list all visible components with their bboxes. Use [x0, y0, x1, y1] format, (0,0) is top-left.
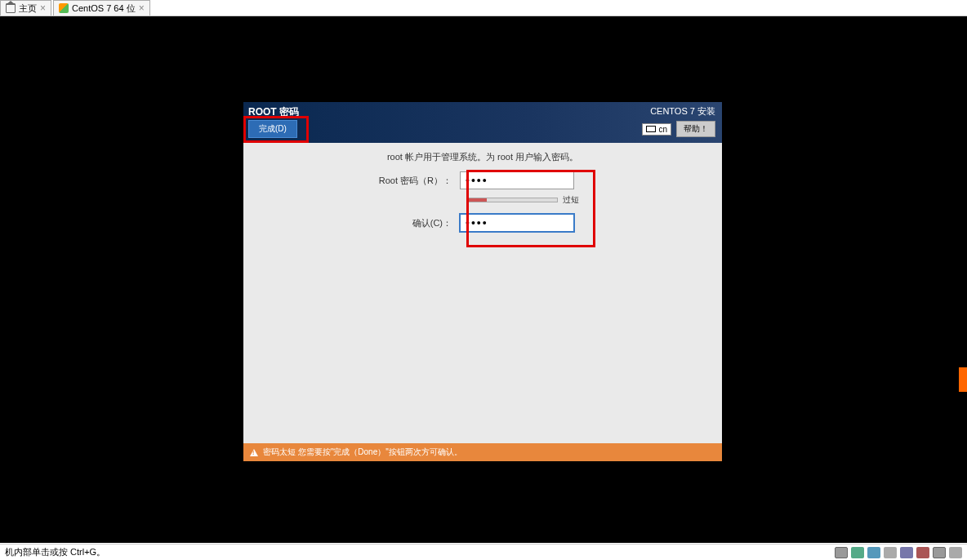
language-code: cn [658, 125, 667, 134]
installer-header: ROOT 密码 完成(D) CENTOS 7 安装 cn 帮助！ [243, 102, 722, 143]
side-marker [959, 367, 967, 392]
vmware-tabs-bar: 主页 × CentOS 7 64 位 × [0, 0, 967, 16]
root-password-input[interactable] [460, 171, 574, 189]
close-icon[interactable]: × [40, 2, 46, 14]
root-password-label: Root 密码（R）： [252, 175, 460, 187]
installer-subtitle: CENTOS 7 安装 [642, 105, 715, 118]
tray-icon[interactable] [851, 547, 864, 558]
highlight-marker [243, 116, 309, 143]
tray-icon[interactable] [884, 547, 897, 558]
keyboard-icon [646, 126, 656, 132]
vm-icon [59, 3, 69, 13]
keyboard-layout-indicator[interactable]: cn [642, 123, 671, 136]
help-button[interactable]: 帮助！ [676, 121, 715, 137]
tray-icon[interactable] [835, 547, 848, 558]
tray-icon[interactable] [933, 547, 946, 558]
warning-text: 密码太短 您需要按"完成（Done）"按钮两次方可确认。 [263, 447, 462, 458]
password-strength-label: 过短 [563, 194, 579, 206]
home-icon [6, 3, 16, 13]
vmware-status-bar: 机内部单击或按 Ctrl+G。 [0, 544, 967, 560]
warning-icon [250, 449, 258, 456]
tab-vm[interactable]: CentOS 7 64 位 × [53, 0, 150, 16]
tray-icon[interactable] [916, 547, 929, 558]
intro-text: root 帐户用于管理系统。为 root 用户输入密码。 [252, 151, 714, 163]
password-strength-meter [468, 198, 558, 202]
close-icon[interactable]: × [139, 2, 145, 14]
tab-home-label: 主页 [19, 2, 37, 15]
installer-body: root 帐户用于管理系统。为 root 用户输入密码。 Root 密码（R）：… [243, 143, 722, 245]
vm-screen: ROOT 密码 完成(D) CENTOS 7 安装 cn 帮助！ root 帐户… [0, 16, 967, 543]
status-hint: 机内部单击或按 Ctrl+G。 [5, 546, 105, 558]
tray-icon[interactable] [867, 547, 880, 558]
confirm-password-input[interactable] [460, 214, 574, 232]
tab-vm-label: CentOS 7 64 位 [72, 2, 136, 15]
centos-installer-window: ROOT 密码 完成(D) CENTOS 7 安装 cn 帮助！ root 帐户… [243, 102, 722, 461]
tab-home[interactable]: 主页 × [0, 0, 51, 16]
strength-fill [469, 198, 487, 202]
tray-icon[interactable] [949, 547, 962, 558]
tray-icon[interactable] [900, 547, 913, 558]
warning-bar: 密码太短 您需要按"完成（Done）"按钮两次方可确认。 [243, 443, 722, 461]
status-tray [835, 547, 962, 558]
password-form: Root 密码（R）： 过短 确认(C)： [252, 171, 714, 232]
confirm-password-label: 确认(C)： [252, 217, 460, 229]
